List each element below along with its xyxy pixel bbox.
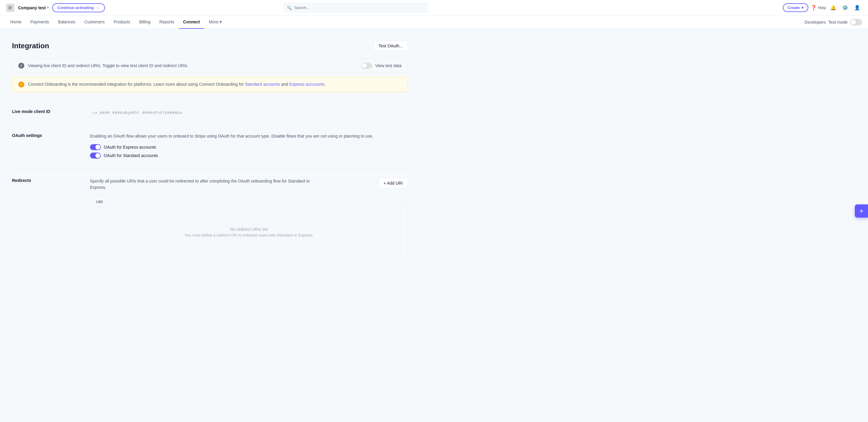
notifications-button[interactable]: 🔔 [829, 3, 838, 12]
svg-rect-2 [9, 7, 11, 8]
oauth-settings-section: OAuth settings Enabling an OAuth flow al… [12, 124, 408, 169]
oauth-settings-label-text: OAuth settings [12, 133, 42, 138]
company-logo [6, 4, 14, 12]
page-header: Integration Test OAuth... [12, 41, 408, 51]
info-banner-left: i Viewing live client ID and redirect UR… [18, 63, 188, 69]
nav-balances[interactable]: Balances [54, 15, 80, 29]
oauth-express-label: OAuth for Express accounts [104, 145, 156, 150]
info-banner-text: Viewing live client ID and redirect URIs… [28, 63, 188, 68]
warning-text-before: Connect Onboarding is the recommended in… [28, 82, 245, 87]
redirects-section: Redirects Specify all possible URIs that… [12, 169, 408, 265]
warning-text-middle: and [280, 82, 289, 87]
topbar: Company test ▾ Continue activating → 🔍 C… [0, 0, 868, 15]
add-uri-button[interactable]: + Add URI [378, 178, 408, 188]
no-uris-title: No redirect URIs set [230, 227, 268, 232]
svg-rect-3 [9, 8, 11, 9]
fab-button[interactable]: + [855, 204, 868, 218]
uri-table-body: No redirect URIs set You must define a r… [90, 208, 408, 256]
warning-banner: ! Connect Onboarding is the recommended … [12, 77, 408, 92]
nav-more[interactable]: More ▾ [205, 15, 226, 29]
oauth-description: Enabling an OAuth flow allows your users… [90, 133, 408, 139]
activate-label: Continue activating [58, 5, 94, 10]
fab-icon: + [859, 207, 864, 215]
client-id-value: ca_#### ####aBgmR5t ####aPn9t#####pa [90, 109, 185, 116]
activate-arrow-icon: → [95, 5, 100, 10]
oauth-standard-toggle-row: OAuth for Standard accounts [90, 153, 408, 159]
redirects-label-text: Redirects [12, 178, 31, 183]
nav-payments[interactable]: Payments [26, 15, 53, 29]
nav-home[interactable]: Home [6, 15, 26, 29]
uri-column-header: URI [96, 200, 103, 204]
topbar-right: Create ▾ ❓ Help 🔔 ⚙️ 👤 [783, 3, 862, 12]
nav-connect[interactable]: Connect [179, 15, 204, 29]
no-uris-description: You must define a redirect URI to onboar… [184, 233, 313, 237]
info-icon: i [18, 63, 24, 69]
svg-rect-1 [9, 7, 12, 7]
client-id-section: Live mode client ID ca_#### ####aBgmR5t … [12, 100, 408, 124]
test-oauth-button[interactable]: Test OAuth... [373, 41, 408, 51]
redirects-content: Specify all possible URIs that a user co… [90, 178, 408, 256]
redirects-description: Specify all possible URIs that a user co… [90, 178, 324, 191]
oauth-settings-row: OAuth settings Enabling an OAuth flow al… [12, 133, 408, 161]
test-data-switch[interactable] [362, 63, 372, 69]
oauth-express-knob [95, 145, 100, 150]
nav-products[interactable]: Products [110, 15, 134, 29]
create-button[interactable]: Create ▾ [783, 3, 808, 12]
redirects-row: Redirects Specify all possible URIs that… [12, 178, 408, 256]
redirects-header: Specify all possible URIs that a user co… [90, 178, 408, 191]
oauth-express-toggle-row: OAuth for Express accounts [90, 144, 408, 150]
company-chevron-icon: ▾ [47, 6, 49, 9]
profile-button[interactable]: 👤 [852, 3, 862, 12]
search-input[interactable] [284, 3, 428, 12]
warning-text: Connect Onboarding is the recommended in… [28, 81, 326, 88]
oauth-settings-label: OAuth settings [12, 133, 78, 138]
continue-activating-button[interactable]: Continue activating → [52, 3, 105, 12]
redirects-label: Redirects [12, 178, 78, 183]
uri-table-header: URI [90, 196, 408, 208]
help-button[interactable]: ❓ Help [811, 5, 826, 10]
test-mode-switch[interactable] [850, 19, 862, 26]
search-icon: 🔍 [287, 5, 292, 10]
nav-reports[interactable]: Reports [155, 15, 179, 29]
oauth-standard-knob [95, 153, 100, 158]
client-id-label: Live mode client ID [12, 109, 78, 114]
info-banner: i Viewing live client ID and redirect UR… [12, 58, 408, 73]
more-chevron-icon: ▾ [220, 20, 222, 24]
settings-button[interactable]: ⚙️ [840, 3, 850, 12]
standard-accounts-link[interactable]: Standard accounts [245, 82, 280, 87]
test-data-knob [362, 63, 367, 68]
search-container: 🔍 [284, 3, 428, 12]
warning-icon: ! [18, 82, 24, 88]
navbar: Home Payments Balances Customers Product… [0, 15, 868, 29]
help-label: Help [818, 5, 826, 10]
nav-more-label: More [209, 20, 219, 24]
view-test-data-label: View test data [375, 63, 402, 68]
nav-billing[interactable]: Billing [135, 15, 154, 29]
developers-link[interactable]: Developers [805, 20, 826, 25]
view-test-data-toggle[interactable]: View test data [362, 63, 402, 69]
client-id-content: ca_#### ####aBgmR5t ####aPn9t#####pa [90, 109, 408, 116]
oauth-express-toggle[interactable] [90, 144, 101, 150]
oauth-settings-content: Enabling an OAuth flow allows your users… [90, 133, 408, 161]
page-title: Integration [12, 42, 49, 50]
create-chevron-icon: ▾ [801, 5, 804, 10]
test-mode-label: Test mode [828, 20, 847, 25]
express-accounts-link[interactable]: Express acccounts. [289, 82, 326, 87]
uri-table: URI No redirect URIs set You must define… [90, 195, 408, 256]
client-id-row: Live mode client ID ca_#### ####aBgmR5t … [12, 109, 408, 116]
toggle-knob [850, 20, 856, 25]
oauth-standard-label: OAuth for Standard accounts [104, 153, 158, 158]
company-name-text: Company test [18, 5, 46, 10]
create-label: Create [787, 5, 800, 10]
oauth-standard-toggle[interactable] [90, 153, 101, 159]
test-mode-toggle[interactable]: Test mode [828, 19, 862, 26]
nav-right: Developers Test mode [805, 19, 862, 26]
client-id-label-text: Live mode client ID [12, 109, 51, 114]
company-selector[interactable]: Company test ▾ [18, 5, 49, 10]
nav-customers[interactable]: Customers [80, 15, 109, 29]
main-content: Integration Test OAuth... i Viewing live… [0, 29, 420, 277]
